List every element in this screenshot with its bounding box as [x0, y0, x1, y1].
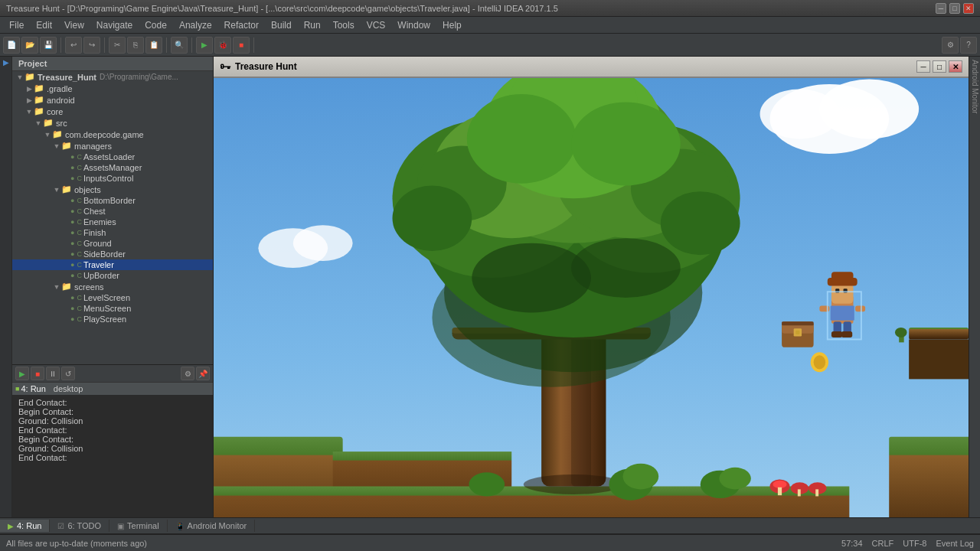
menu-view[interactable]: View — [58, 18, 90, 32]
encoding[interactable]: UTF-8 — [903, 539, 926, 548]
sideborder-label: SideBorder — [83, 249, 126, 259]
android-tab-icon: 📱 — [175, 522, 185, 530]
event-log[interactable]: Event Log — [936, 539, 974, 548]
menu-file[interactable]: File — [3, 18, 30, 32]
log-line-3: Ground: Collision — [18, 416, 207, 425]
android-monitor-tab-label: Android Monitor — [188, 521, 247, 530]
objects-arrow: ▼ — [52, 186, 61, 194]
menu-run[interactable]: Run — [298, 18, 327, 32]
svg-rect-69 — [831, 305, 854, 320]
svg-point-31 — [467, 94, 577, 184]
help-toolbar-button[interactable]: ? — [960, 37, 977, 54]
tree-ground[interactable]: ● C Ground — [12, 238, 213, 249]
log-line-5: Begin Contact: — [18, 435, 207, 444]
tree-root[interactable]: ▼ 📁 Treasure_Hunt D:\Programing\Game... — [12, 71, 213, 83]
root-arrow: ▼ — [15, 73, 24, 81]
menu-edit[interactable]: Edit — [30, 18, 58, 32]
game-minimize-button[interactable]: ─ — [916, 60, 930, 73]
position-indicator[interactable]: 57:34 — [841, 539, 863, 548]
screens-arrow: ▼ — [52, 283, 61, 291]
finish-circle-icon: ● — [70, 229, 74, 236]
menu-vcs[interactable]: VCS — [361, 18, 392, 32]
tree-managers[interactable]: ▼ 📁 managers — [12, 140, 213, 152]
redo-button[interactable]: ↪ — [83, 37, 100, 54]
core-arrow: ▼ — [24, 108, 34, 116]
new-file-button[interactable]: 📄 — [3, 37, 20, 54]
project-panel-header[interactable]: Project — [12, 57, 213, 71]
tree-screens[interactable]: ▼ 📁 screens — [12, 281, 213, 292]
game-close-button[interactable]: ✕ — [949, 60, 962, 73]
stop-toolbar-button[interactable]: ■ — [233, 37, 250, 54]
undo-button[interactable]: ↩ — [65, 37, 82, 54]
run-stop-button[interactable]: ■ — [31, 367, 44, 380]
game-window-titlebar: 🗝 Treasure Hunt ─ □ ✕ — [214, 57, 969, 78]
tree-chest[interactable]: ● C Chest — [12, 206, 213, 217]
tree-package[interactable]: ▼ 📁 com.deepcode.game — [12, 129, 213, 140]
run-settings-icon[interactable]: ⚙ — [181, 367, 194, 380]
line-separator[interactable]: CRLF — [872, 539, 894, 548]
maximize-button[interactable]: □ — [949, 3, 960, 14]
close-button[interactable]: ✕ — [963, 3, 974, 14]
run-tab-label: 4: Run — [17, 521, 41, 530]
tree-upborder[interactable]: ● C UpBorder — [12, 270, 213, 281]
upborder-circle-icon: ● — [70, 272, 74, 279]
tree-assetsloader[interactable]: ● C AssetsLoader — [12, 152, 213, 162]
run-pause-button[interactable]: ⏸ — [46, 367, 60, 380]
terminal-tab[interactable]: ▣ Terminal — [109, 520, 168, 532]
game-window-icon: 🗝 — [220, 60, 230, 73]
menu-build[interactable]: Build — [265, 18, 298, 32]
open-button[interactable]: 📂 — [21, 37, 38, 54]
menu-navigate[interactable]: Navigate — [90, 18, 139, 32]
minimize-button[interactable]: ─ — [936, 3, 946, 14]
menu-analyze[interactable]: Analyze — [173, 18, 218, 32]
todo-tab[interactable]: ☑ 6: TODO — [50, 520, 109, 532]
menu-window[interactable]: Window — [391, 18, 436, 32]
game-window-controls: ─ □ ✕ — [916, 60, 962, 73]
tree-android[interactable]: ▶ 📁 android — [12, 94, 213, 106]
paste-button[interactable]: 📋 — [145, 37, 162, 54]
tree-enemies[interactable]: ● C Enemies — [12, 217, 213, 227]
menu-help[interactable]: Help — [436, 18, 468, 32]
menu-tools[interactable]: Tools — [327, 18, 361, 32]
search-button[interactable]: 🔍 — [171, 37, 188, 54]
tree-objects[interactable]: ▼ 📁 objects — [12, 184, 213, 195]
run-desktop-tab-label[interactable]: desktop — [54, 384, 83, 393]
tree-sideborder[interactable]: ● C SideBorder — [12, 249, 213, 259]
run-active-tab-label[interactable]: 4: Run — [21, 384, 45, 393]
debug-button[interactable]: 🐞 — [214, 37, 231, 54]
settings-button[interactable]: ⚙ — [942, 37, 959, 54]
run-button[interactable]: ▶ — [196, 37, 213, 54]
tree-core[interactable]: ▼ 📁 core — [12, 106, 213, 117]
tree-traveler[interactable]: ● C Traveler — [12, 259, 213, 270]
inputscontrol-label: InputsControl — [83, 174, 133, 183]
run-rerun-button[interactable]: ↺ — [61, 367, 75, 380]
copy-button[interactable]: ⎘ — [127, 37, 144, 54]
src-label: src — [56, 119, 67, 128]
tree-bottomborder[interactable]: ● C BottomBorder — [12, 195, 213, 206]
project-panel: Project ▼ 📁 Treasure_Hunt D:\Programing\… — [12, 57, 213, 364]
tree-levelscreen[interactable]: ● C LevelScreen — [12, 292, 213, 303]
svg-point-36 — [623, 464, 659, 490]
bottom-tabs: ▶ 4: Run ☑ 6: TODO ▣ Terminal 📱 Android … — [0, 517, 980, 534]
cut-button[interactable]: ✂ — [109, 37, 126, 54]
tree-playscreen[interactable]: ● C PlayScreen — [12, 314, 213, 324]
gradle-icon: 📁 — [34, 83, 44, 93]
tree-src[interactable]: ▼ 📁 src — [12, 117, 213, 129]
tree-gradle[interactable]: ▶ 📁 .gradle — [12, 83, 213, 94]
game-maximize-button[interactable]: □ — [933, 60, 946, 73]
save-button[interactable]: 💾 — [40, 37, 57, 54]
tree-menuscreen[interactable]: ● C MenuScreen — [12, 303, 213, 314]
menu-refactor[interactable]: Refactor — [218, 18, 265, 32]
menu-code[interactable]: Code — [139, 18, 173, 32]
tree-inputscontrol[interactable]: ● C InputsControl — [12, 173, 213, 184]
run-pin-icon[interactable]: 📌 — [196, 367, 210, 380]
tree-finish[interactable]: ● C Finish — [12, 227, 213, 238]
svg-rect-11 — [889, 437, 969, 517]
svg-rect-77 — [831, 331, 842, 337]
tree-assetsmanager[interactable]: ● C AssetsManager — [12, 162, 213, 173]
run-play-button[interactable]: ▶ — [15, 367, 29, 380]
sideborder-c-icon: C — [77, 250, 82, 258]
root-folder-icon: 📁 — [24, 72, 35, 82]
run-tab[interactable]: ▶ 4: Run — [0, 520, 50, 532]
android-monitor-tab[interactable]: 📱 Android Monitor — [168, 520, 256, 532]
